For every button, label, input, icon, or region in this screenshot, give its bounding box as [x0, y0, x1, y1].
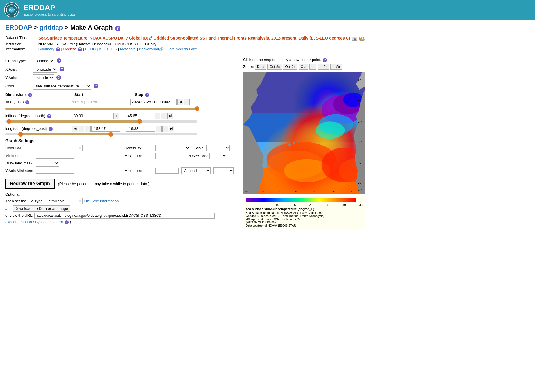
redraw-note: (Please be patient. It may take a while … — [58, 182, 149, 186]
institution-text: NOAA/NESDIS/STAR (Dataset ID: noaacwLEOA… — [38, 42, 158, 46]
zoom-in8-btn[interactable]: In 8x — [330, 64, 342, 70]
rss-icon[interactable]: RSS — [359, 37, 365, 41]
maximum-row: Maximum: N Sections: — [124, 153, 238, 159]
y-axis-min-input[interactable] — [36, 168, 74, 174]
dim-header-dim: Dimensions ? — [5, 92, 72, 97]
info-link-background[interactable]: Background — [139, 47, 159, 51]
download-button[interactable]: Download the Data or an Image — [13, 205, 70, 212]
n-sections-select[interactable] — [209, 153, 227, 159]
legend-gradient — [246, 198, 356, 202]
dim-lat-name: latitude (degrees_north) ? — [5, 114, 72, 118]
dim-time-stop-input[interactable] — [130, 99, 177, 105]
summary-help[interactable]: ? — [56, 47, 60, 51]
color-help[interactable]: ? — [94, 84, 98, 88]
lat-stop-minus-btn[interactable]: − — [155, 113, 160, 119]
color-select[interactable]: sea_surface_temperature — [33, 83, 91, 90]
redraw-section: Redraw the Graph (Please be patient. It … — [5, 179, 238, 189]
graph-type-select[interactable]: surface — [33, 58, 54, 64]
draw-land-label: Draw land mask: — [5, 161, 34, 165]
color-bar-select[interactable] — [36, 145, 83, 151]
info-link-metadata[interactable]: Metadata — [120, 47, 136, 51]
zoom-in2-btn[interactable]: In 2x — [318, 64, 329, 70]
lat-stop-plus-btn[interactable]: + — [161, 113, 167, 119]
file-type-link[interactable]: File Type information — [84, 199, 119, 203]
lon-stop-last-btn[interactable]: ▶| — [169, 126, 174, 132]
svg-text:-120°: -120° — [259, 190, 265, 193]
stop-help[interactable]: ? — [145, 93, 149, 97]
click-help[interactable]: ? — [323, 58, 327, 62]
redraw-button[interactable]: Redraw the Graph — [5, 179, 55, 189]
dim-lon-start-input[interactable] — [91, 126, 120, 132]
breadcrumb-help-icon[interactable]: ? — [115, 26, 120, 31]
lon-stop-plus-btn[interactable]: + — [162, 126, 168, 132]
svg-text:60°: 60° — [358, 99, 362, 102]
dim-lat-start-input[interactable] — [72, 113, 113, 119]
breadcrumb-griddap[interactable]: griddap — [40, 24, 63, 31]
url-input[interactable] — [34, 213, 215, 219]
noaa-logo: NOAA — [4, 2, 19, 17]
info-link-data-access[interactable]: Data Access Form — [167, 47, 198, 51]
scale-select[interactable] — [206, 145, 230, 151]
svg-text:20°: 20° — [358, 141, 362, 144]
email-icon[interactable]: ✉ — [352, 37, 357, 41]
time-help[interactable]: ? — [25, 100, 29, 104]
y-axis-max-row: Maximum: Ascending — [124, 167, 238, 174]
svg-point-23 — [288, 143, 291, 146]
graph-type-help[interactable]: ? — [57, 58, 61, 63]
legend-box: 0 5 10 15 20 25 30 35 sea surface sub-sk… — [243, 196, 365, 229]
lon-help[interactable]: ? — [49, 127, 53, 131]
x-axis-help[interactable]: ? — [60, 67, 64, 71]
color-bar-label: Color Bar: — [5, 146, 34, 150]
zoom-out2-btn[interactable]: Out 2x — [283, 64, 297, 70]
x-axis-select[interactable]: longitude — [33, 66, 57, 73]
lon-first-btn[interactable]: |◀ — [72, 126, 78, 132]
lon-minus-btn[interactable]: − — [79, 126, 84, 132]
map-svg[interactable]: 80° 60° 40° 20° 0° -20° -140° -120° -100… — [243, 72, 365, 194]
minimum-input[interactable] — [36, 153, 74, 159]
lon-plus-btn[interactable]: + — [85, 126, 91, 132]
dataset-section: Dataset Title: Sea-Surface Temperature, … — [5, 35, 530, 51]
ascending-select[interactable]: Ascending — [181, 167, 211, 174]
draw-land-select[interactable] — [36, 160, 59, 167]
info-link-fgdc[interactable]: FGDC — [85, 47, 96, 51]
lat-stop-last-btn[interactable]: ▶| — [167, 113, 173, 119]
y-axis-select[interactable]: latitude — [33, 74, 54, 81]
y-axis-max-input[interactable] — [155, 168, 179, 174]
dim-header-stop: Stop ? — [135, 92, 211, 97]
map-container[interactable]: 80° 60° 40° 20° 0° -20° -140° -120° -100… — [243, 72, 365, 194]
graph-settings: Graph Settings Color Bar: Minimum: — [5, 138, 238, 175]
zoom-out8-btn[interactable]: Out 8x — [268, 64, 282, 70]
zoom-out-btn[interactable]: Out — [299, 64, 308, 70]
continuity-select[interactable] — [155, 145, 190, 151]
info-link-summary[interactable]: Summary — [38, 47, 55, 51]
dimensions-help[interactable]: ? — [28, 93, 32, 97]
lon-stop-minus-btn[interactable]: − — [156, 126, 162, 132]
zoom-data-btn[interactable]: Data — [255, 64, 266, 70]
lat-help[interactable]: ? — [47, 114, 51, 118]
maximum-input[interactable] — [155, 153, 184, 159]
breadcrumb-erddap[interactable]: ERDDAP — [5, 24, 32, 31]
dim-lat-stop-input[interactable] — [125, 113, 154, 119]
dim-lon-stop-input[interactable] — [126, 126, 155, 132]
time-first-btn[interactable]: |◀ — [177, 99, 183, 105]
svg-text:-40°: -40° — [357, 189, 362, 191]
zoom-in-btn[interactable]: In — [309, 64, 316, 70]
file-type-select[interactable]: .htmlTable — [45, 198, 83, 204]
dim-time-start: specify just 1 value → — [72, 100, 130, 104]
app-title: ERDDAP — [23, 3, 75, 12]
time-minus-btn[interactable]: − — [184, 99, 190, 105]
ascending-extra-select[interactable] — [213, 167, 234, 174]
optional-section: Optional: Then set the File Type: .htmlT… — [5, 192, 238, 224]
license-help[interactable]: ? — [78, 47, 82, 51]
doc-link[interactable]: Documentation / Bypass this form — [6, 220, 63, 224]
dataset-title-link[interactable]: Sea-Surface Temperature, NOAA ACSPO Dail… — [38, 36, 350, 40]
continuity-row: Continuity: Scale: — [124, 145, 238, 151]
y-axis-help[interactable]: ? — [56, 75, 61, 80]
svg-point-17 — [316, 121, 345, 139]
color-row: Color: sea_surface_temperature ? — [5, 83, 238, 90]
info-link-iso[interactable]: ISO 19115 — [99, 47, 117, 51]
info-link-license[interactable]: License — [63, 47, 76, 51]
lat-plus-btn[interactable]: + — [113, 113, 119, 119]
left-panel: Graph Type: surface ? X Axis: longitude … — [5, 58, 238, 224]
doc-help-icon[interactable]: ? — [65, 220, 69, 224]
